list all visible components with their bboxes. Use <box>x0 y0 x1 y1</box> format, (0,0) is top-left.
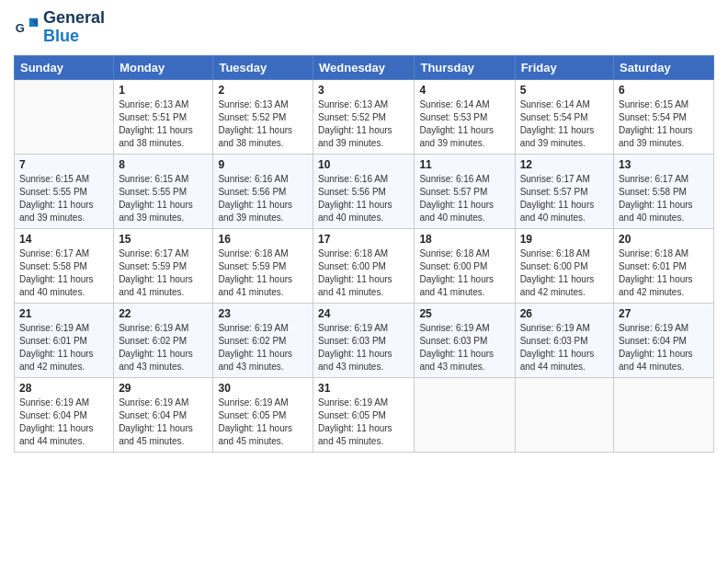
day-info: Sunrise: 6:18 AMSunset: 6:00 PMDaylight:… <box>318 247 409 299</box>
day-info: Sunrise: 6:17 AMSunset: 5:59 PMDaylight:… <box>119 247 208 299</box>
day-number: 20 <box>619 233 709 246</box>
calendar-cell: 6Sunrise: 6:15 AMSunset: 5:54 PMDaylight… <box>614 79 714 154</box>
day-info: Sunrise: 6:18 AMSunset: 6:00 PMDaylight:… <box>520 247 609 299</box>
day-info: Sunrise: 6:19 AMSunset: 6:02 PMDaylight:… <box>218 322 308 373</box>
calendar-cell: 15Sunrise: 6:17 AMSunset: 5:59 PMDayligh… <box>114 228 213 303</box>
day-info: Sunrise: 6:19 AMSunset: 6:03 PMDaylight:… <box>419 322 509 373</box>
day-info: Sunrise: 6:14 AMSunset: 5:54 PMDaylight:… <box>520 98 609 150</box>
day-number: 17 <box>318 233 409 246</box>
day-info: Sunrise: 6:18 AMSunset: 5:59 PMDaylight:… <box>218 247 308 299</box>
calendar-cell: 27Sunrise: 6:19 AMSunset: 6:04 PMDayligh… <box>614 303 714 377</box>
calendar-cell: 16Sunrise: 6:18 AMSunset: 5:59 PMDayligh… <box>213 228 313 303</box>
day-info: Sunrise: 6:14 AMSunset: 5:53 PMDaylight:… <box>419 98 509 150</box>
calendar-cell: 10Sunrise: 6:16 AMSunset: 5:56 PMDayligh… <box>313 154 415 228</box>
day-info: Sunrise: 6:17 AMSunset: 5:58 PMDaylight:… <box>19 247 108 299</box>
day-number: 11 <box>419 158 509 171</box>
header-day-thursday: Thursday <box>415 55 515 79</box>
calendar-cell: 30Sunrise: 6:19 AMSunset: 6:05 PMDayligh… <box>213 377 313 452</box>
calendar-cell <box>415 377 515 452</box>
day-number: 5 <box>520 84 609 97</box>
calendar-cell: 1Sunrise: 6:13 AMSunset: 5:51 PMDaylight… <box>114 79 213 154</box>
day-number: 2 <box>218 84 308 97</box>
day-info: Sunrise: 6:19 AMSunset: 6:01 PMDaylight:… <box>19 322 108 373</box>
day-number: 4 <box>419 84 509 97</box>
calendar-cell: 26Sunrise: 6:19 AMSunset: 6:03 PMDayligh… <box>515 303 613 377</box>
calendar-cell <box>15 79 114 154</box>
day-number: 9 <box>218 158 308 171</box>
week-row-4: 21Sunrise: 6:19 AMSunset: 6:01 PMDayligh… <box>15 303 714 377</box>
day-number: 31 <box>318 382 409 395</box>
header-day-wednesday: Wednesday <box>313 55 415 79</box>
calendar-cell: 3Sunrise: 6:13 AMSunset: 5:52 PMDaylight… <box>313 79 415 154</box>
calendar-cell: 12Sunrise: 6:17 AMSunset: 5:57 PMDayligh… <box>515 154 613 228</box>
calendar-cell: 25Sunrise: 6:19 AMSunset: 6:03 PMDayligh… <box>415 303 515 377</box>
calendar-table: SundayMondayTuesdayWednesdayThursdayFrid… <box>14 55 714 453</box>
calendar-cell: 20Sunrise: 6:18 AMSunset: 6:01 PMDayligh… <box>614 228 714 303</box>
calendar-cell: 28Sunrise: 6:19 AMSunset: 6:04 PMDayligh… <box>15 377 114 452</box>
header-day-sunday: Sunday <box>15 55 114 79</box>
calendar-cell: 29Sunrise: 6:19 AMSunset: 6:04 PMDayligh… <box>114 377 213 452</box>
day-number: 12 <box>520 158 609 171</box>
header-day-monday: Monday <box>114 55 213 79</box>
calendar-cell: 7Sunrise: 6:15 AMSunset: 5:55 PMDaylight… <box>15 154 114 228</box>
day-info: Sunrise: 6:19 AMSunset: 6:05 PMDaylight:… <box>218 396 308 448</box>
logo-icon: G <box>14 15 40 40</box>
day-number: 13 <box>619 158 709 171</box>
day-info: Sunrise: 6:19 AMSunset: 6:04 PMDaylight:… <box>119 396 208 448</box>
day-number: 24 <box>318 307 409 320</box>
svg-text:G: G <box>16 20 25 34</box>
header-day-tuesday: Tuesday <box>213 55 313 79</box>
header-row: SundayMondayTuesdayWednesdayThursdayFrid… <box>15 55 714 79</box>
calendar-cell <box>515 377 613 452</box>
day-info: Sunrise: 6:15 AMSunset: 5:55 PMDaylight:… <box>19 173 108 224</box>
day-number: 6 <box>619 84 709 97</box>
calendar-cell: 2Sunrise: 6:13 AMSunset: 5:52 PMDaylight… <box>213 79 313 154</box>
day-number: 7 <box>19 158 108 171</box>
day-number: 19 <box>520 233 609 246</box>
day-number: 8 <box>119 158 208 171</box>
day-info: Sunrise: 6:19 AMSunset: 6:04 PMDaylight:… <box>619 322 709 373</box>
calendar-cell: 4Sunrise: 6:14 AMSunset: 5:53 PMDaylight… <box>415 79 515 154</box>
day-number: 30 <box>218 382 308 395</box>
calendar-cell: 19Sunrise: 6:18 AMSunset: 6:00 PMDayligh… <box>515 228 613 303</box>
day-info: Sunrise: 6:16 AMSunset: 5:57 PMDaylight:… <box>419 173 509 224</box>
calendar-cell: 22Sunrise: 6:19 AMSunset: 6:02 PMDayligh… <box>114 303 213 377</box>
week-row-2: 7Sunrise: 6:15 AMSunset: 5:55 PMDaylight… <box>15 154 714 228</box>
calendar-header: SundayMondayTuesdayWednesdayThursdayFrid… <box>15 55 714 79</box>
day-number: 27 <box>619 307 709 320</box>
day-info: Sunrise: 6:19 AMSunset: 6:05 PMDaylight:… <box>318 396 409 448</box>
day-number: 14 <box>19 233 108 246</box>
day-number: 10 <box>318 158 409 171</box>
day-number: 1 <box>119 84 208 97</box>
header-day-friday: Friday <box>515 55 613 79</box>
calendar-cell: 23Sunrise: 6:19 AMSunset: 6:02 PMDayligh… <box>213 303 313 377</box>
day-number: 15 <box>119 233 208 246</box>
day-number: 28 <box>19 382 108 395</box>
day-number: 29 <box>119 382 208 395</box>
day-info: Sunrise: 6:18 AMSunset: 6:01 PMDaylight:… <box>619 247 709 299</box>
calendar-cell: 24Sunrise: 6:19 AMSunset: 6:03 PMDayligh… <box>313 303 415 377</box>
week-row-5: 28Sunrise: 6:19 AMSunset: 6:04 PMDayligh… <box>15 377 714 452</box>
day-info: Sunrise: 6:17 AMSunset: 5:58 PMDaylight:… <box>619 173 709 224</box>
calendar-cell: 14Sunrise: 6:17 AMSunset: 5:58 PMDayligh… <box>15 228 114 303</box>
calendar-cell: 8Sunrise: 6:15 AMSunset: 5:55 PMDaylight… <box>114 154 213 228</box>
day-info: Sunrise: 6:13 AMSunset: 5:52 PMDaylight:… <box>218 98 308 150</box>
day-number: 26 <box>520 307 609 320</box>
day-info: Sunrise: 6:19 AMSunset: 6:02 PMDaylight:… <box>119 322 208 373</box>
day-info: Sunrise: 6:16 AMSunset: 5:56 PMDaylight:… <box>318 173 409 224</box>
day-number: 16 <box>218 233 308 246</box>
header-day-saturday: Saturday <box>614 55 714 79</box>
day-number: 3 <box>318 84 409 97</box>
day-number: 22 <box>119 307 208 320</box>
logo-text: General Blue <box>43 9 105 46</box>
day-info: Sunrise: 6:13 AMSunset: 5:52 PMDaylight:… <box>318 98 409 150</box>
week-row-3: 14Sunrise: 6:17 AMSunset: 5:58 PMDayligh… <box>15 228 714 303</box>
day-number: 18 <box>419 233 509 246</box>
day-info: Sunrise: 6:17 AMSunset: 5:57 PMDaylight:… <box>520 173 609 224</box>
day-info: Sunrise: 6:19 AMSunset: 6:03 PMDaylight:… <box>520 322 609 373</box>
logo: G General Blue <box>14 9 105 46</box>
day-info: Sunrise: 6:16 AMSunset: 5:56 PMDaylight:… <box>218 173 308 224</box>
calendar-cell: 21Sunrise: 6:19 AMSunset: 6:01 PMDayligh… <box>15 303 114 377</box>
calendar-cell <box>614 377 714 452</box>
calendar-cell: 13Sunrise: 6:17 AMSunset: 5:58 PMDayligh… <box>614 154 714 228</box>
